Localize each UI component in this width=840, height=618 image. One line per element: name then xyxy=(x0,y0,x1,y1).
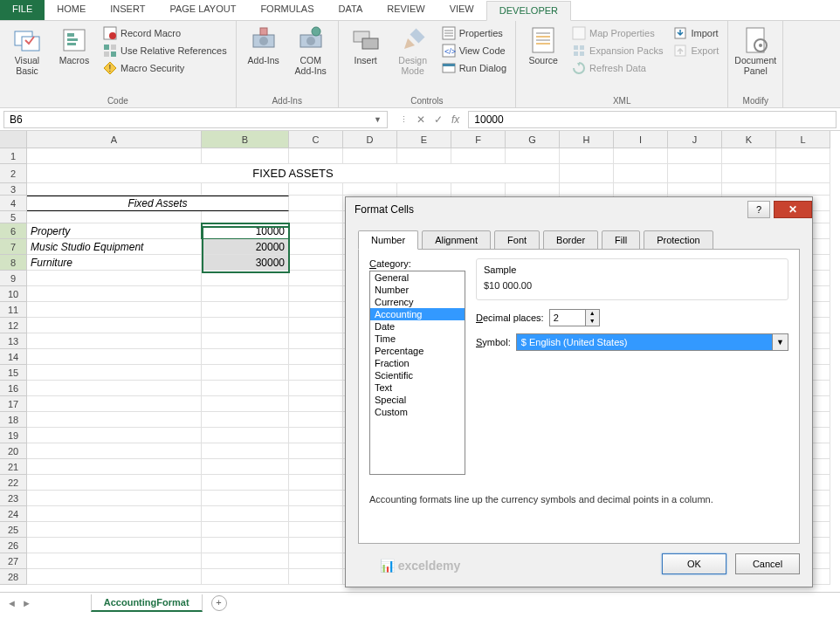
tab-formulas[interactable]: FORMULAS xyxy=(248,0,326,20)
cell-A18[interactable] xyxy=(27,412,202,428)
row-header-24[interactable]: 24 xyxy=(0,506,27,522)
category-special[interactable]: Special xyxy=(370,394,465,406)
cell-A11[interactable] xyxy=(27,302,202,318)
cell-H2[interactable] xyxy=(560,164,614,183)
cancel-button[interactable]: Cancel xyxy=(735,553,800,574)
cell-B26[interactable] xyxy=(202,538,289,553)
row-header-13[interactable]: 13 xyxy=(0,333,27,349)
cell-J2[interactable] xyxy=(668,164,722,183)
cell-B5[interactable] xyxy=(202,211,289,223)
row-header-25[interactable]: 25 xyxy=(0,522,27,538)
cell-C12[interactable] xyxy=(289,318,343,333)
cell-A27[interactable] xyxy=(27,553,202,569)
cell-A13[interactable] xyxy=(27,333,202,349)
design-mode-button[interactable]: Design Mode xyxy=(391,24,435,94)
cell-C14[interactable] xyxy=(289,349,343,365)
ok-button[interactable]: OK xyxy=(662,553,726,574)
record-macro-button[interactable]: Record Macro xyxy=(100,24,231,42)
row-header-5[interactable]: 5 xyxy=(0,211,27,223)
col-header-G[interactable]: G xyxy=(506,131,560,148)
cell-A7[interactable]: Music Studio Equipment xyxy=(27,239,202,255)
enter-formula-icon[interactable]: ✓ xyxy=(434,113,443,126)
spinner-down-icon[interactable]: ▼ xyxy=(586,318,599,326)
select-all-corner[interactable] xyxy=(0,131,27,148)
cell-B19[interactable] xyxy=(202,428,289,443)
category-number[interactable]: Number xyxy=(370,284,465,296)
cell-D3[interactable] xyxy=(343,183,397,196)
cell-I2[interactable] xyxy=(614,164,668,183)
cell-B27[interactable] xyxy=(202,553,289,569)
cell-B18[interactable] xyxy=(202,412,289,428)
cell-A2[interactable]: FIXED ASSETS xyxy=(27,164,560,183)
tab-pagelayout[interactable]: PAGE LAYOUT xyxy=(157,0,248,20)
cell-A9[interactable] xyxy=(27,271,202,286)
cell-F1[interactable] xyxy=(451,148,506,164)
decimal-places-spinner[interactable]: ▲▼ xyxy=(549,309,600,326)
cell-E1[interactable] xyxy=(397,148,451,164)
category-text[interactable]: Text xyxy=(370,381,465,394)
col-header-H[interactable]: H xyxy=(560,131,614,148)
name-box[interactable]: B6▼ xyxy=(3,111,388,128)
dialog-titlebar[interactable]: Format Cells ? ✕ xyxy=(346,197,812,222)
expansion-packs-button[interactable]: Expansion Packs xyxy=(568,42,666,59)
cell-C4[interactable] xyxy=(289,196,343,211)
category-accounting[interactable]: Accounting xyxy=(370,308,465,320)
cell-C1[interactable] xyxy=(289,148,343,164)
cell-B9[interactable] xyxy=(202,271,289,286)
dialog-tab-border[interactable]: Border xyxy=(543,230,598,250)
cell-B10[interactable] xyxy=(202,286,289,302)
cell-I3[interactable] xyxy=(614,183,668,196)
row-header-16[interactable]: 16 xyxy=(0,381,27,396)
cell-C10[interactable] xyxy=(289,286,343,302)
cell-A12[interactable] xyxy=(27,318,202,333)
category-date[interactable]: Date xyxy=(370,320,465,333)
row-header-17[interactable]: 17 xyxy=(0,396,27,412)
macro-security-button[interactable]: !Macro Security xyxy=(100,59,231,77)
addins-button[interactable]: Add-Ins xyxy=(242,24,286,94)
cell-B13[interactable] xyxy=(202,333,289,349)
col-header-L[interactable]: L xyxy=(776,131,830,148)
col-header-E[interactable]: E xyxy=(397,131,451,148)
cell-B24[interactable] xyxy=(202,506,289,522)
col-header-J[interactable]: J xyxy=(668,131,722,148)
cell-A10[interactable] xyxy=(27,286,202,302)
cell-B20[interactable] xyxy=(202,443,289,459)
cell-B21[interactable] xyxy=(202,459,289,475)
row-header-8[interactable]: 8 xyxy=(0,255,27,271)
dialog-tab-protection[interactable]: Protection xyxy=(644,230,713,250)
row-header-10[interactable]: 10 xyxy=(0,286,27,302)
row-header-9[interactable]: 9 xyxy=(0,271,27,286)
row-header-21[interactable]: 21 xyxy=(0,459,27,475)
cell-B8[interactable]: 30000 xyxy=(202,255,289,271)
tab-review[interactable]: REVIEW xyxy=(375,0,437,20)
cell-H3[interactable] xyxy=(560,183,614,196)
cell-C19[interactable] xyxy=(289,428,343,443)
cell-A28[interactable] xyxy=(27,569,202,585)
cell-C18[interactable] xyxy=(289,412,343,428)
cell-D1[interactable] xyxy=(343,148,397,164)
cell-A1[interactable] xyxy=(27,148,202,164)
cell-F3[interactable] xyxy=(451,183,506,196)
dropdown-icon[interactable]: ⋮ xyxy=(400,115,408,124)
cell-A5[interactable] xyxy=(27,211,202,223)
cell-K1[interactable] xyxy=(722,148,776,164)
col-header-I[interactable]: I xyxy=(614,131,668,148)
row-header-26[interactable]: 26 xyxy=(0,538,27,553)
sheet-nav[interactable]: ◄► xyxy=(0,598,38,608)
row-header-28[interactable]: 28 xyxy=(0,569,27,585)
category-fraction[interactable]: Fraction xyxy=(370,357,465,369)
cell-A22[interactable] xyxy=(27,475,202,491)
symbol-dropdown-icon[interactable]: ▼ xyxy=(773,333,788,351)
col-header-K[interactable]: K xyxy=(722,131,776,148)
cell-B23[interactable] xyxy=(202,491,289,506)
cell-B22[interactable] xyxy=(202,475,289,491)
cell-C22[interactable] xyxy=(289,475,343,491)
insert-control-button[interactable]: Insert xyxy=(344,24,388,94)
cell-A4[interactable]: Fixed Assets xyxy=(27,196,289,211)
row-header-1[interactable]: 1 xyxy=(0,148,27,164)
cell-C16[interactable] xyxy=(289,381,343,396)
col-header-D[interactable]: D xyxy=(343,131,397,148)
col-header-F[interactable]: F xyxy=(451,131,506,148)
category-list[interactable]: GeneralNumberCurrencyAccountingDateTimeP… xyxy=(369,271,465,475)
decimal-places-input[interactable] xyxy=(549,309,586,326)
